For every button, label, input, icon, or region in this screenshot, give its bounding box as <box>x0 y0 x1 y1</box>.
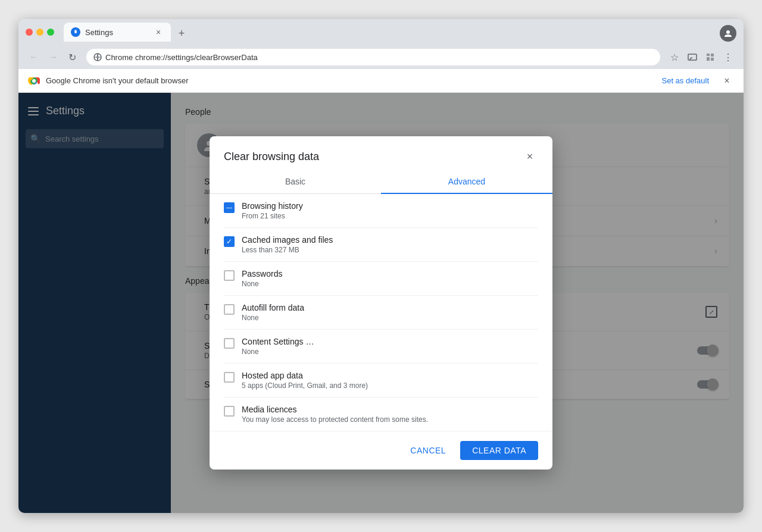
cached-images-sub: Less than 327 MB <box>242 246 538 254</box>
modal-body: Browsing history From 21 sites Cached im… <box>210 194 552 431</box>
modal-overlay[interactable]: Clear browsing data × Basic Advanced <box>18 93 744 513</box>
hosted-app-data-text: Hosted app data 5 apps (Cloud Print, Gma… <box>242 371 538 390</box>
passwords-item: Passwords None <box>224 262 538 296</box>
autofill-checkbox[interactable] <box>224 304 235 315</box>
browsing-history-item: Browsing history From 21 sites <box>224 194 538 228</box>
media-licences-item: Media licences You may lose access to pr… <box>224 398 538 431</box>
minimize-button[interactable] <box>36 29 43 36</box>
browsing-history-label: Browsing history <box>242 201 538 211</box>
modal-footer: CANCEL CLEAR DATA <box>210 431 552 470</box>
cast-button[interactable] <box>684 49 701 65</box>
autofill-text: Autofill form data None <box>242 303 538 322</box>
close-button[interactable] <box>26 29 33 36</box>
svg-point-5 <box>32 79 36 83</box>
media-licences-checkbox[interactable] <box>224 406 235 417</box>
media-licences-label: Media licences <box>242 405 538 414</box>
settings-tab-label: Settings <box>85 28 113 37</box>
cancel-button[interactable]: CANCEL <box>401 441 455 460</box>
cached-images-checkbox[interactable] <box>224 236 235 247</box>
clear-data-button[interactable]: CLEAR DATA <box>460 441 538 460</box>
nav-actions: ☆ ⋮ <box>666 49 736 65</box>
chrome-menu-button[interactable]: ⋮ <box>720 49 736 65</box>
url-host: Chrome <box>105 53 133 62</box>
url-separator: chrome:// <box>135 53 167 62</box>
passwords-text: Passwords None <box>242 269 538 288</box>
passwords-checkbox[interactable] <box>224 270 235 281</box>
hosted-app-data-item: Hosted app data 5 apps (Cloud Print, Gma… <box>224 364 538 398</box>
back-button[interactable]: ← <box>26 49 42 65</box>
settings-tab[interactable]: Settings × <box>64 23 171 42</box>
url-rest: /clearBrowserData <box>194 53 258 62</box>
info-bar-close-button[interactable]: × <box>720 74 734 88</box>
nav-bar: ← → ↻ Chrome chrome://settings/clearBrow… <box>18 45 744 69</box>
content-settings-sub: None <box>242 348 538 356</box>
forward-button[interactable]: → <box>45 49 61 65</box>
hosted-app-data-checkbox[interactable] <box>224 372 235 383</box>
traffic-lights <box>26 29 54 36</box>
url-display: Chrome chrome://settings/clearBrowserDat… <box>105 53 258 62</box>
cached-images-item: Cached images and files Less than 327 MB <box>224 228 538 262</box>
info-bar: Google Chrome isn't your default browser… <box>18 69 744 93</box>
settings-area: Settings 🔍 People P <box>18 93 744 513</box>
tab-advanced[interactable]: Advanced <box>381 170 552 193</box>
bookmark-button[interactable]: ☆ <box>666 49 683 65</box>
browsing-history-text: Browsing history From 21 sites <box>242 201 538 220</box>
dialog-title: Clear browsing data <box>224 151 319 163</box>
autofill-label: Autofill form data <box>242 303 538 312</box>
hosted-app-data-sub: 5 apps (Cloud Print, Gmail, and 3 more) <box>242 381 538 390</box>
content-settings-item: Content Settings … None <box>224 330 538 364</box>
autofill-sub: None <box>242 314 538 322</box>
svg-rect-3 <box>688 54 697 60</box>
content-settings-checkbox[interactable] <box>224 338 235 349</box>
browsing-history-checkbox[interactable] <box>224 202 235 213</box>
media-licences-sub: You may lose access to protected content… <box>242 415 538 424</box>
content-settings-text: Content Settings … None <box>242 337 538 356</box>
extensions-button[interactable] <box>702 49 719 65</box>
chrome-logo-icon <box>28 75 40 87</box>
tab-close-button[interactable]: × <box>153 27 164 37</box>
settings-tab-icon <box>71 27 80 37</box>
clear-browsing-data-dialog: Clear browsing data × Basic Advanced <box>210 136 552 470</box>
cached-images-text: Cached images and files Less than 327 MB <box>242 235 538 254</box>
hosted-app-data-label: Hosted app data <box>242 371 538 380</box>
url-path: settings <box>167 53 194 62</box>
passwords-sub: None <box>242 280 538 288</box>
title-bar: Settings × + <box>18 19 744 45</box>
dialog-close-button[interactable]: × <box>521 148 538 165</box>
address-bar[interactable]: Chrome chrome://settings/clearBrowserDat… <box>86 49 660 65</box>
reload-button[interactable]: ↻ <box>64 49 80 65</box>
set-default-button[interactable]: Set as default <box>657 74 714 87</box>
content-settings-label: Content Settings … <box>242 337 538 346</box>
autofill-item: Autofill form data None <box>224 296 538 330</box>
cached-images-label: Cached images and files <box>242 235 538 245</box>
svg-point-1 <box>726 30 730 34</box>
modal-tabs: Basic Advanced <box>210 170 552 194</box>
tab-basic[interactable]: Basic <box>210 170 381 193</box>
new-tab-button[interactable]: + <box>173 25 190 42</box>
tab-bar: Settings × + <box>59 23 736 42</box>
media-licences-text: Media licences You may lose access to pr… <box>242 405 538 424</box>
profile-icon[interactable] <box>720 25 736 42</box>
browser-window: Settings × + ← → ↻ Chrome <box>18 19 744 513</box>
maximize-button[interactable] <box>47 29 54 36</box>
info-bar-text: Google Chrome isn't your default browser <box>46 76 651 85</box>
browsing-history-sub: From 21 sites <box>242 212 538 220</box>
modal-header: Clear browsing data × <box>210 136 552 165</box>
passwords-label: Passwords <box>242 269 538 278</box>
